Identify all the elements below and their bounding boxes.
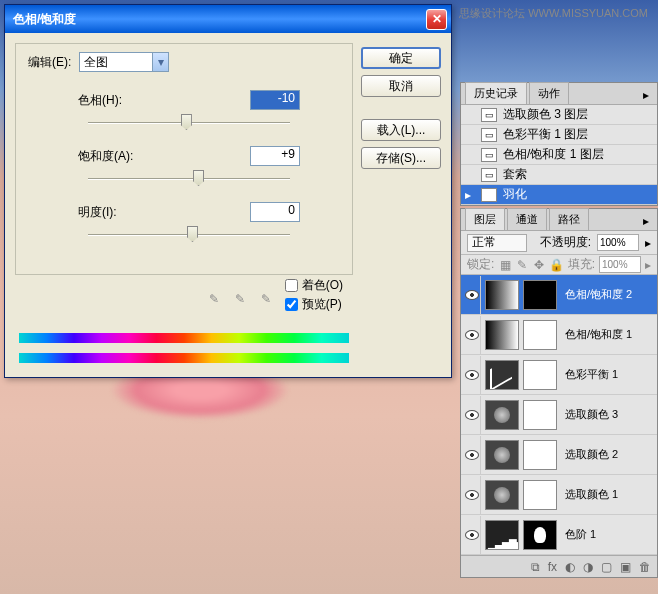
load-button[interactable]: 载入(L)... xyxy=(361,119,441,141)
layer-row[interactable]: 色彩平衡 1 xyxy=(461,355,657,395)
visibility-toggle[interactable] xyxy=(463,276,481,314)
eye-icon xyxy=(465,370,479,380)
layer-row[interactable]: 色阶 1 xyxy=(461,515,657,555)
lock-label: 锁定: xyxy=(467,256,494,273)
layer-name: 色相/饱和度 2 xyxy=(561,287,655,302)
titlebar[interactable]: 色相/饱和度 ✕ xyxy=(5,5,451,33)
history-item[interactable]: ▸▭羽化 xyxy=(461,185,657,205)
close-button[interactable]: ✕ xyxy=(426,9,447,30)
trash-icon[interactable]: 🗑 xyxy=(639,560,651,574)
layer-thumb[interactable] xyxy=(485,280,519,310)
layer-name: 色阶 1 xyxy=(561,527,655,542)
layer-row[interactable]: 选取颜色 1 xyxy=(461,475,657,515)
layer-mask-thumb[interactable] xyxy=(523,400,557,430)
visibility-toggle[interactable] xyxy=(463,476,481,514)
history-item[interactable]: ▭选取颜色 3 图层 xyxy=(461,105,657,125)
hue-input[interactable]: -10 xyxy=(250,90,300,110)
visibility-toggle[interactable] xyxy=(463,396,481,434)
ok-button[interactable]: 确定 xyxy=(361,47,441,69)
tab-paths[interactable]: 路径 xyxy=(549,208,589,230)
panel-menu-icon[interactable]: ▸ xyxy=(639,86,653,104)
layer-name: 选取颜色 1 xyxy=(561,487,655,502)
watermark: 思缘设计论坛 WWW.MISSYUAN.COM xyxy=(459,6,648,21)
link-icon[interactable]: ⧉ xyxy=(531,560,540,574)
saturation-slider[interactable] xyxy=(88,168,290,188)
history-item[interactable]: ▭套索 xyxy=(461,165,657,185)
colorize-label: 着色(O) xyxy=(302,277,343,294)
lock-brush-icon[interactable]: ✎ xyxy=(515,258,529,272)
layer-row[interactable]: 色相/饱和度 2 xyxy=(461,275,657,315)
preview-checkbox[interactable] xyxy=(285,298,298,311)
history-item-label: 羽化 xyxy=(503,186,527,203)
history-item-label: 选取颜色 3 图层 xyxy=(503,106,588,123)
eyedropper-add-icon[interactable]: ✎ xyxy=(231,290,249,308)
saturation-input[interactable]: +9 xyxy=(250,146,300,166)
history-item-label: 套索 xyxy=(503,166,527,183)
layer-mask-thumb[interactable] xyxy=(523,440,557,470)
layer-thumb[interactable] xyxy=(485,480,519,510)
cancel-button[interactable]: 取消 xyxy=(361,75,441,97)
layer-mask-thumb[interactable] xyxy=(523,480,557,510)
layer-row[interactable]: 选取颜色 3 xyxy=(461,395,657,435)
mask-icon[interactable]: ◐ xyxy=(565,560,575,574)
hue-slider[interactable] xyxy=(88,112,290,132)
history-item[interactable]: ▭色相/饱和度 1 图层 xyxy=(461,145,657,165)
edit-fieldset: 编辑(E): 全图 ▾ 色相(H): -10 xyxy=(15,43,353,275)
edit-combo-value: 全图 xyxy=(84,54,108,71)
lightness-input[interactable]: 0 xyxy=(250,202,300,222)
eye-icon xyxy=(465,530,479,540)
history-item[interactable]: ▭色彩平衡 1 图层 xyxy=(461,125,657,145)
lock-transparency-icon[interactable]: ▦ xyxy=(498,258,512,272)
adjustment-icon[interactable]: ◑ xyxy=(583,560,593,574)
save-button[interactable]: 存储(S)... xyxy=(361,147,441,169)
visibility-toggle[interactable] xyxy=(463,316,481,354)
fx-icon[interactable]: fx xyxy=(548,560,557,574)
history-step-icon: ▭ xyxy=(481,168,497,182)
layer-mask-thumb[interactable] xyxy=(523,520,557,550)
layer-thumb[interactable] xyxy=(485,440,519,470)
history-item-label: 色相/饱和度 1 图层 xyxy=(503,146,604,163)
hue-label: 色相(H): xyxy=(78,92,158,109)
chevron-icon[interactable]: ▸ xyxy=(645,236,651,250)
blend-mode-combo[interactable]: 正常 xyxy=(467,234,527,252)
hue-spectrum-bottom xyxy=(19,353,349,363)
new-layer-icon[interactable]: ▣ xyxy=(620,560,631,574)
layer-mask-thumb[interactable] xyxy=(523,280,557,310)
layer-thumb[interactable] xyxy=(485,520,519,550)
hue-saturation-dialog: 色相/饱和度 ✕ 编辑(E): 全图 ▾ 色相(H): -10 xyxy=(4,4,452,378)
visibility-toggle[interactable] xyxy=(463,436,481,474)
visibility-toggle[interactable] xyxy=(463,516,481,554)
chevron-icon[interactable]: ▸ xyxy=(645,258,651,272)
preview-label: 预览(P) xyxy=(302,296,342,313)
fill-input[interactable]: 100% xyxy=(599,256,641,273)
lock-all-icon[interactable]: 🔒 xyxy=(549,258,563,272)
layer-mask-thumb[interactable] xyxy=(523,320,557,350)
tab-history[interactable]: 历史记录 xyxy=(465,82,527,104)
layer-row[interactable]: 选取颜色 2 xyxy=(461,435,657,475)
tab-layers[interactable]: 图层 xyxy=(465,208,505,230)
history-step-icon: ▭ xyxy=(481,128,497,142)
dialog-title: 色相/饱和度 xyxy=(9,11,426,28)
layer-row[interactable]: 色相/饱和度 1 xyxy=(461,315,657,355)
lock-move-icon[interactable]: ✥ xyxy=(532,258,546,272)
colorize-checkbox[interactable] xyxy=(285,279,298,292)
edit-combo[interactable]: 全图 ▾ xyxy=(79,52,169,72)
eyedropper-subtract-icon[interactable]: ✎ xyxy=(257,290,275,308)
layer-thumb[interactable] xyxy=(485,320,519,350)
fill-label: 填充: xyxy=(568,256,595,273)
history-step-icon: ▭ xyxy=(481,188,497,202)
layer-thumb[interactable] xyxy=(485,360,519,390)
chevron-down-icon[interactable]: ▾ xyxy=(152,53,168,71)
tab-channels[interactable]: 通道 xyxy=(507,208,547,230)
eyedropper-icon[interactable]: ✎ xyxy=(205,290,223,308)
tab-actions[interactable]: 动作 xyxy=(529,82,569,104)
layer-thumb[interactable] xyxy=(485,400,519,430)
opacity-input[interactable]: 100% xyxy=(597,234,639,251)
visibility-toggle[interactable] xyxy=(463,356,481,394)
layers-footer: ⧉ fx ◐ ◑ ▢ ▣ 🗑 xyxy=(461,555,657,577)
folder-icon[interactable]: ▢ xyxy=(601,560,612,574)
layer-mask-thumb[interactable] xyxy=(523,360,557,390)
lightness-slider[interactable] xyxy=(88,224,290,244)
panel-menu-icon[interactable]: ▸ xyxy=(639,212,653,230)
history-step-icon: ▭ xyxy=(481,108,497,122)
